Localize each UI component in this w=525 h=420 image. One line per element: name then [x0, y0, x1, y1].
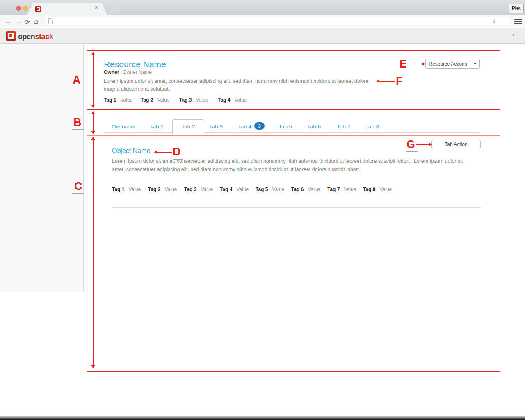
- arrowhead-down: [91, 365, 95, 368]
- arrowhead-right: [429, 143, 432, 146]
- tab-tab3[interactable]: Tab 3: [209, 123, 223, 130]
- tab-tab8[interactable]: Tab 8: [365, 123, 379, 130]
- tab-favicon: [35, 6, 41, 12]
- back-icon[interactable]: ←: [5, 16, 12, 26]
- tab-tab5[interactable]: Tab 5: [278, 123, 292, 130]
- annotation-label-b: B: [73, 117, 82, 128]
- tab-tab6[interactable]: Tab 6: [307, 123, 321, 130]
- tag-label: Tag 7: [327, 187, 340, 192]
- pointer-line-g: [416, 144, 429, 145]
- profile-button[interactable]: Piet: [509, 4, 524, 13]
- owner-value: Owner Name: [123, 69, 152, 75]
- pointer-line-f: [379, 81, 395, 82]
- bookmark-star-icon[interactable]: ★: [491, 17, 497, 25]
- tag-value: Value: [196, 97, 208, 103]
- tag-pair: Tag 5Value: [256, 187, 284, 192]
- chevron-down-icon: ▾: [474, 62, 476, 66]
- tag-value: Value: [236, 187, 249, 192]
- tag-value: Value: [308, 187, 320, 192]
- annotation-label-e: E: [399, 59, 407, 70]
- resource-title: Resource Name: [104, 59, 166, 69]
- arrowhead-down: [91, 131, 95, 134]
- tag-label: Tag 3: [184, 187, 196, 192]
- home-icon[interactable]: ⌂: [34, 17, 38, 27]
- tag-label: Tag 4: [218, 97, 230, 103]
- annotation-line-mid1: [87, 109, 500, 110]
- tag-value: Value: [164, 187, 177, 192]
- url-input[interactable]: [55, 18, 486, 25]
- tag-label: Tag 4: [220, 187, 232, 192]
- annotation-label-f: F: [396, 76, 403, 87]
- tab-tab2-selected[interactable]: Tab 2: [172, 119, 204, 134]
- close-window-icon[interactable]: [16, 6, 21, 11]
- measure-arrow-b: [93, 114, 94, 131]
- minimize-window-icon[interactable]: [23, 6, 28, 11]
- tab4-badge: 3: [254, 122, 265, 130]
- tag-value: Value: [157, 97, 169, 103]
- tag-value: Value: [379, 187, 392, 192]
- tag-label: Tag 6: [291, 187, 304, 192]
- tag-pair: Tag 7Value: [327, 187, 356, 192]
- tag-pair: Tag 4Value: [218, 97, 247, 103]
- owner-row: OwnerOwner Name: [104, 69, 152, 75]
- tag-value: Value: [234, 97, 247, 103]
- tab-tab1[interactable]: Tab 1: [150, 123, 164, 130]
- tab-tab4[interactable]: Tab 4: [238, 123, 251, 130]
- arrowhead-down: [91, 105, 95, 108]
- tag-label: Tag 1: [112, 187, 124, 192]
- tag-pair: Tag 4Value: [220, 187, 249, 192]
- resource-actions-label[interactable]: Resource Actions: [426, 59, 470, 68]
- measure-arrow-c: [93, 139, 94, 365]
- refresh-icon[interactable]: ⟳: [25, 17, 30, 27]
- annotation-tick: [72, 193, 84, 194]
- object-description: Lorem ipsum dolor sit amet, consectetuer…: [112, 158, 473, 173]
- brand-wordmark: openstack: [18, 32, 53, 41]
- tab-overview[interactable]: Overview: [112, 123, 135, 130]
- owner-label: Owner: [104, 69, 119, 75]
- resource-description: Lorem ipsum dolor sit amet, consectetuer…: [104, 78, 383, 93]
- tab-close-icon[interactable]: ×: [95, 5, 98, 10]
- tag-pair: Tag 2Value: [141, 97, 169, 103]
- openstack-logo-icon: [6, 31, 16, 41]
- annotation-label-d: D: [173, 146, 181, 158]
- pointer-line-d: [157, 152, 172, 153]
- resource-actions-button[interactable]: Resource Actions ▾: [425, 59, 480, 69]
- measure-arrow-a: [93, 55, 94, 105]
- annotation-line-mid2: [87, 135, 500, 136]
- tag-value: Value: [120, 97, 132, 103]
- bottom-bar: [0, 416, 525, 420]
- menu-icon[interactable]: [514, 19, 522, 24]
- annotation-label-g: G: [406, 139, 415, 150]
- annotation-line-bottom: [87, 371, 500, 372]
- annotation-tick: [406, 151, 418, 152]
- brand-open: open: [18, 32, 35, 41]
- tag-label: Tag 1: [104, 97, 116, 103]
- tag-value: Value: [272, 187, 284, 192]
- tag-pair: Tag 1Value: [104, 97, 132, 103]
- tag-label: Tag 2: [148, 187, 160, 192]
- tag-label: Tag 5: [256, 187, 268, 192]
- sidebar: [0, 44, 84, 292]
- tab-action-button[interactable]: Tab Action: [431, 140, 481, 149]
- pointer-line-e: [410, 64, 422, 64]
- resource-actions-caret[interactable]: ▾: [470, 59, 479, 68]
- tag-pair: Tag 1Value: [112, 187, 141, 192]
- forward-icon[interactable]: →: [15, 16, 22, 26]
- annotation-label-a: A: [73, 75, 81, 86]
- object-divider: [112, 207, 481, 208]
- annotation-tick: [396, 88, 406, 88]
- header-artifact: [513, 34, 514, 36]
- tag-pair: Tag 2Value: [148, 187, 177, 192]
- tag-label: Tag 8: [363, 187, 375, 192]
- annotation-tick: [72, 129, 84, 130]
- page-icon: [48, 18, 53, 24]
- tag-value: Value: [201, 187, 213, 192]
- annotation-tick: [400, 71, 411, 71]
- annotation-tick: [72, 87, 84, 87]
- annotation-label-c: C: [74, 181, 82, 192]
- tab-tab7[interactable]: Tab 7: [337, 123, 350, 130]
- tag-pair: Tag 3Value: [184, 187, 213, 192]
- annotation-line-top: [87, 50, 500, 51]
- tag-label: Tag 2: [141, 97, 153, 103]
- tag-label: Tag 3: [179, 97, 192, 103]
